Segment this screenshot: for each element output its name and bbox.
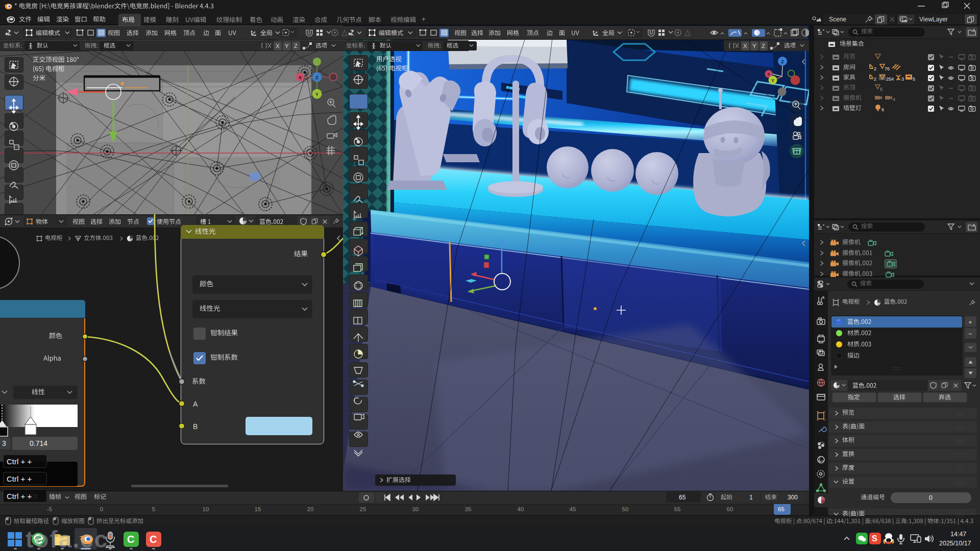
svg-text:76: 76 [885,66,890,71]
svg-text:2: 2 [874,77,876,82]
svg-text:2: 2 [874,66,876,71]
svg-text:3: 3 [901,77,904,82]
svg-text:Z: Z [315,75,318,80]
svg-text:6: 6 [881,107,884,112]
svg-text:Y: Y [771,78,774,83]
svg-text:5: 5 [913,77,915,82]
svg-text:Y: Y [315,92,318,97]
svg-text:4: 4 [893,97,895,102]
svg-text:254: 254 [886,77,894,82]
svg-text:X: X [299,75,302,80]
svg-text:5: 5 [880,87,883,92]
svg-text:Z: Z [781,59,784,64]
svg-text:X: X [767,72,770,77]
